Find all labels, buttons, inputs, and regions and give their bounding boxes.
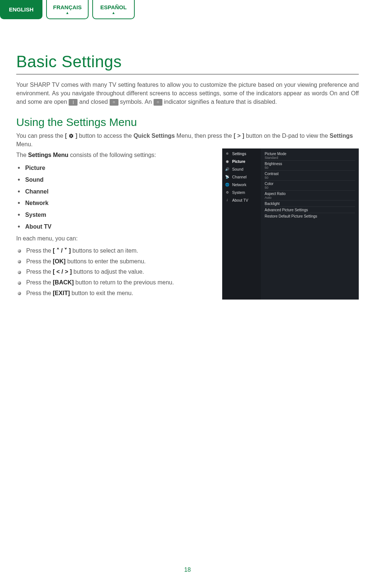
paragraph: The Settings Menu consists of the follow… [16,151,207,160]
list-item: Press the [ ˄ / ˅ ] buttons to select an… [18,246,207,256]
picture-icon: ◉ [225,160,229,164]
tv-row: Aspect RatioAuto [265,191,355,201]
disabled-indicator-icon: ○ [154,99,162,106]
text-strong: Quick Settings [134,133,175,139]
tv-settings-screenshot: ✲ Settings ◉ Picture 🔊 Sound 📡 Channel 🌐 [222,148,359,300]
tv-row: Advanced Picture Settings [265,207,355,213]
language-tabs: ENGLISH FRANÇAIS ▲ ESPAÑOL ▲ [0,0,375,19]
text-segment: ] [74,133,78,139]
text-segment: Press the [26,290,53,296]
tv-sidebar-item-system: ⚙ System [222,189,261,196]
text-segment: button to access the [79,133,134,139]
tv-row: Brightness50 [265,161,355,171]
text-segment: symbols. An [120,99,154,105]
list-item: Press the [EXIT] button to exit the menu… [18,289,207,298]
closed-indicator-icon: ○ [110,99,118,106]
lang-tab-espanol[interactable]: ESPAÑOL ▲ [92,0,135,19]
text-strong: Settings Menu [28,152,68,158]
tv-row-label: Backlight [265,202,355,206]
button-ref: [ ] [65,133,78,139]
list-item: Network [18,198,207,208]
text-segment: buttons to adjust the value. [72,269,144,275]
lang-tab-label: ESPAÑOL [100,4,127,10]
button-ref: [OK] [53,258,66,264]
list-item: System [18,210,207,220]
tv-sidebar-item-channel: 📡 Channel [222,173,261,181]
network-icon: 🌐 [225,183,229,187]
tv-row-label: Color [265,182,355,186]
tv-sidebar-label: System [232,190,245,195]
button-ref: [BACK] [53,279,74,286]
tv-panel: Picture ModeStandard Brightness50 Contra… [261,148,359,300]
tv-sidebar-header-label: Settings [232,151,246,156]
button-ref: [EXIT] [53,290,70,296]
text-segment: button to exit the menu. [70,290,133,296]
tv-row-label: Brightness [265,162,355,166]
gear-icon: ✲ [225,152,229,156]
tv-row-value: 50 [265,166,355,170]
tv-row: Picture ModeStandard [265,151,355,161]
info-icon: i [225,198,229,202]
button-ref: [ > ] [234,133,244,139]
button-ref: [ < / > ] [53,269,72,275]
text-segment: You can press the [16,133,65,139]
button-ref: [ ˄ / ˅ ] [53,247,71,254]
chevron-up-icon: ▲ [66,11,69,15]
tv-row-value: 50 [265,186,355,189]
list-item: Press the [OK] buttons to enter the subm… [18,257,207,266]
text-segment: button to return to the previous menu. [74,279,174,286]
text-segment: Menu, then press the [176,133,234,139]
list-item: Sound [18,175,207,185]
tv-sidebar-item-network: 🌐 Network [222,181,261,189]
text-segment: consists of the following settings: [68,152,156,158]
lang-tab-english[interactable]: ENGLISH [0,0,42,19]
list-item: Picture [18,163,207,173]
lang-tab-label: FRANÇAIS [53,4,82,10]
tv-sidebar-header: ✲ Settings [222,150,261,158]
lang-tab-francais[interactable]: FRANÇAIS ▲ [46,0,89,19]
tv-sidebar-label: Channel [232,175,247,179]
list-item: About TV [18,222,207,232]
list-item: Channel [18,187,207,197]
tv-row-label: Advanced Picture Settings [265,208,355,212]
tv-row-label: Aspect Ratio [265,192,355,196]
intro-paragraph: Your SHARP TV comes with many TV setting… [16,81,359,106]
left-column: The Settings Menu consists of the follow… [16,151,207,300]
system-icon: ⚙ [225,191,229,195]
text-segment: button on the D-pad to view the [246,133,330,139]
page-title: Basic Settings [16,52,359,71]
tv-row-label: Picture Mode [265,152,355,156]
tv-row: Restore Default Picture Settings [265,213,355,219]
tv-sidebar-label: About TV [232,198,248,202]
page-number: 18 [0,567,375,573]
paragraph: You can press the [ ] button to access t… [16,131,359,148]
tv-sidebar-label: Picture [232,159,245,164]
tv-row: Backlight [265,201,355,207]
divider [16,74,359,75]
lang-tab-label: ENGLISH [9,6,34,13]
tv-sidebar-item-about: i About TV [222,196,261,204]
text-segment: Press the [26,279,53,286]
text-segment: Press the [26,269,53,275]
tv-sidebar-label: Sound [232,167,243,171]
paragraph: In each menu, you can: [16,234,207,243]
tv-sidebar-item-picture: ◉ Picture [222,158,261,165]
tv-row: Color50 [265,181,355,191]
list-item: Press the [ < / > ] buttons to adjust th… [18,267,207,277]
text-segment: The [16,152,28,158]
text-segment: indicator signifies a feature that is di… [164,99,277,105]
tv-sidebar: ✲ Settings ◉ Picture 🔊 Sound 📡 Channel 🌐 [222,148,261,300]
section-title: Using the Settings Menu [16,116,359,129]
chevron-up-icon: ▲ [112,11,116,15]
actions-list: Press the [ ˄ / ˅ ] buttons to select an… [18,246,207,298]
tv-row-value: 50 [265,176,355,180]
gear-icon [69,133,74,139]
channel-icon: 📡 [225,175,229,179]
tv-sidebar-item-sound: 🔊 Sound [222,165,261,173]
tv-sidebar-label: Network [232,182,247,187]
text-segment: Press the [26,247,53,254]
tv-row: Contrast50 [265,171,355,181]
tv-row-label: Restore Default Picture Settings [265,214,355,218]
categories-list: Picture Sound Channel Network System Abo… [18,163,207,232]
text-segment: Menu. [16,141,32,147]
